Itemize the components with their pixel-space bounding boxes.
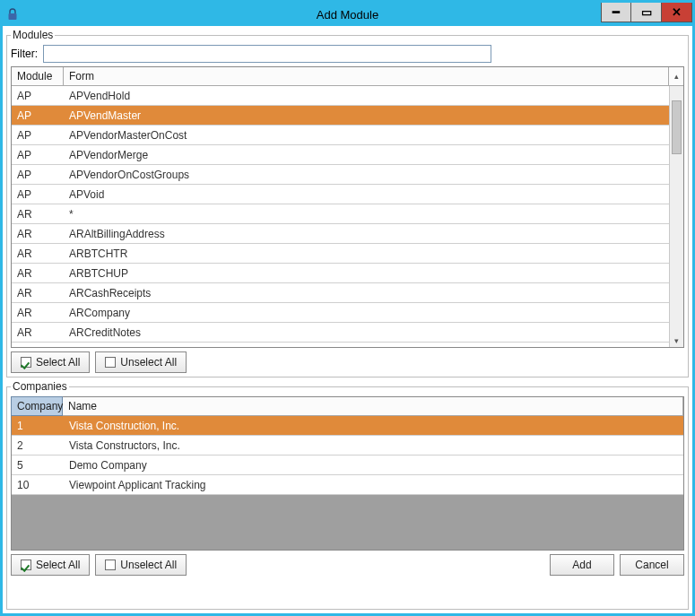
table-row[interactable]: 1Vista Construction, Inc. <box>12 416 683 436</box>
modules-grid-header: Module Form ▴ <box>12 67 683 86</box>
filter-row: Filter: <box>11 45 684 63</box>
companies-grid: Company Name 1Vista Construction, Inc.2V… <box>11 396 684 551</box>
table-row[interactable]: APAPVendorMerge <box>12 145 683 165</box>
filter-input[interactable] <box>43 45 491 63</box>
cell-form: APVendorMerge <box>64 146 683 164</box>
client-area: Modules Filter: Module Form ▴ APAPVendHo… <box>3 26 692 613</box>
companies-grid-header: Company Name <box>12 397 683 416</box>
companies-unselect-all-button[interactable]: Unselect All <box>95 554 187 576</box>
table-row[interactable]: ARARCashReceipts <box>12 283 683 303</box>
svg-rect-0 <box>9 13 17 20</box>
cell-form: APVendorOnCostGroups <box>64 166 683 184</box>
unchecked-icon <box>105 560 116 570</box>
window-frame: Add Module ━ ▭ ✕ Modules Filter: Module … <box>0 0 695 616</box>
table-row[interactable]: APAPVendHold <box>12 86 683 106</box>
cell-form: ARCashReceipts <box>64 284 683 302</box>
cell-form: ARCompany <box>64 304 683 322</box>
cell-form: ARCreditNotesHeader <box>64 343 683 347</box>
table-row[interactable]: ARARCreditNotesHeader <box>12 343 683 347</box>
check-icon <box>21 357 31 368</box>
check-icon <box>21 560 31 570</box>
btn-label: Unselect All <box>120 559 177 571</box>
companies-col-company[interactable]: Company <box>11 396 63 416</box>
titlebar: Add Module ━ ▭ ✕ <box>3 3 692 26</box>
modules-grid: Module Form ▴ APAPVendHoldAPAPVendMaster… <box>11 66 684 348</box>
scrollbar-thumb[interactable] <box>672 100 682 154</box>
cell-company: 1 <box>12 417 64 435</box>
minimize-button[interactable]: ━ <box>601 3 631 22</box>
cell-company: 2 <box>12 437 64 455</box>
window-title: Add Module <box>3 8 692 22</box>
companies-col-name[interactable]: Name <box>63 397 683 415</box>
cell-form: APVendMaster <box>64 107 683 125</box>
window-controls: ━ ▭ ✕ <box>601 3 692 22</box>
cell-form: ARCreditNotes <box>64 324 683 342</box>
cell-module: AP <box>12 126 64 144</box>
companies-legend: Companies <box>11 380 69 393</box>
maximize-button[interactable]: ▭ <box>631 3 662 22</box>
filter-label: Filter: <box>11 48 38 60</box>
lock-icon <box>3 8 22 21</box>
cell-form: APVendHold <box>64 87 683 105</box>
cell-name: Vista Constructors, Inc. <box>64 437 683 455</box>
modules-button-row: Select All Unselect All <box>11 351 684 373</box>
close-button[interactable]: ✕ <box>662 3 692 22</box>
table-row[interactable]: ARARBTCHUP <box>12 264 683 283</box>
cell-form: ARBTCHTR <box>64 245 683 263</box>
table-row[interactable]: AR* <box>12 204 683 224</box>
modules-col-form[interactable]: Form <box>64 67 669 85</box>
table-row[interactable]: 2Vista Constructors, Inc. <box>12 436 683 455</box>
companies-button-row: Select All Unselect All Add Cancel <box>11 554 684 576</box>
cell-module: AR <box>12 205 64 223</box>
modules-legend: Modules <box>11 29 55 41</box>
btn-label: Unselect All <box>120 356 177 369</box>
btn-label: Select All <box>36 356 80 369</box>
cell-module: AP <box>12 87 64 105</box>
cell-module: AP <box>12 166 64 184</box>
btn-label: Add <box>572 559 591 571</box>
table-row[interactable]: APAPVendMaster <box>12 106 683 126</box>
table-row[interactable]: 10Viewpoint Applicant Tracking <box>12 475 683 495</box>
modules-fieldset: Modules Filter: Module Form ▴ APAPVendHo… <box>6 29 689 377</box>
table-row[interactable]: ARARAltBillingAddress <box>12 224 683 244</box>
table-row[interactable]: ARARCompany <box>12 303 683 323</box>
btn-label: Cancel <box>635 559 668 571</box>
cell-name: Demo Company <box>64 456 683 474</box>
modules-scrollbar[interactable]: ▾ <box>669 86 683 347</box>
unchecked-icon <box>105 357 116 368</box>
cell-form: ARBTCHUP <box>64 265 683 282</box>
table-row[interactable]: APAPVendorOnCostGroups <box>12 165 683 185</box>
table-row[interactable]: ARARBTCHTR <box>12 244 683 264</box>
companies-select-all-button[interactable]: Select All <box>11 554 90 576</box>
cell-name: Vista Construction, Inc. <box>64 417 683 435</box>
btn-label: Select All <box>36 559 80 571</box>
cell-form: * <box>64 205 683 223</box>
cell-form: ARAltBillingAddress <box>64 225 683 243</box>
scroll-down-icon[interactable]: ▾ <box>670 334 683 347</box>
cell-form: APVendorMasterOnCost <box>64 126 683 144</box>
cancel-button[interactable]: Cancel <box>620 554 684 576</box>
scroll-up-icon[interactable]: ▴ <box>669 67 683 85</box>
cell-module: AP <box>12 146 64 164</box>
cell-module: AR <box>12 225 64 243</box>
table-row[interactable]: APAPVoid <box>12 185 683 204</box>
cell-company: 10 <box>12 476 64 494</box>
modules-select-all-button[interactable]: Select All <box>11 351 90 373</box>
companies-grid-body: 1Vista Construction, Inc.2Vista Construc… <box>12 416 683 550</box>
add-button[interactable]: Add <box>550 554 614 576</box>
modules-grid-body: APAPVendHoldAPAPVendMasterAPAPVendorMast… <box>12 86 683 347</box>
cell-form: APVoid <box>64 186 683 204</box>
table-row[interactable]: ARARCreditNotes <box>12 323 683 343</box>
modules-unselect-all-button[interactable]: Unselect All <box>95 351 187 373</box>
table-row[interactable]: 5Demo Company <box>12 455 683 475</box>
modules-col-module[interactable]: Module <box>12 67 64 85</box>
cell-module: AR <box>12 245 64 263</box>
cell-module: AR <box>12 265 64 282</box>
cell-module: AR <box>12 343 64 347</box>
table-row[interactable]: APAPVendorMasterOnCost <box>12 126 683 145</box>
cell-module: AR <box>12 304 64 322</box>
cell-name: Viewpoint Applicant Tracking <box>64 476 683 494</box>
cell-module: AR <box>12 284 64 302</box>
cell-module: AR <box>12 324 64 342</box>
cell-module: AP <box>12 107 64 125</box>
